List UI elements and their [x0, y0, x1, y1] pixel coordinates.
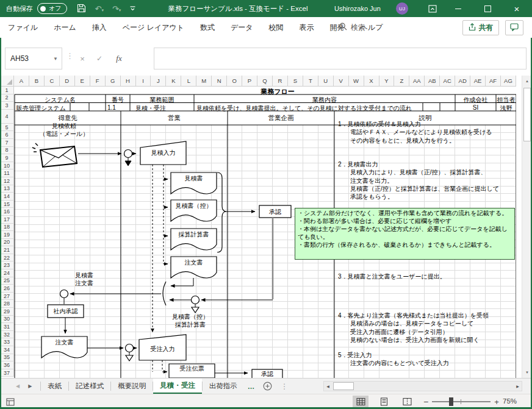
more-sheets-indicator[interactable]: …	[244, 379, 259, 394]
redo-icon[interactable]: ↷▾	[112, 4, 121, 13]
column-header[interactable]: Z	[394, 76, 409, 87]
tab-insert[interactable]: 挿入	[84, 23, 115, 33]
column-header[interactable]: T	[303, 76, 318, 87]
column-header[interactable]: H	[121, 76, 136, 87]
formula-input[interactable]	[154, 48, 527, 69]
column-header[interactable]: B	[29, 76, 45, 87]
save-icon[interactable]	[77, 4, 86, 14]
normal-view-icon[interactable]	[353, 396, 368, 408]
envelope-icon[interactable]	[32, 143, 77, 167]
tab-home[interactable]: ホーム	[46, 23, 84, 33]
column-header[interactable]: W	[349, 76, 364, 87]
sheet-nav-right-icon[interactable]: ▶	[28, 383, 32, 389]
tab-data[interactable]: データ	[223, 23, 261, 33]
column-header[interactable]: X	[364, 76, 379, 87]
column-header[interactable]: AE	[470, 76, 486, 87]
document-estimate-label[interactable]: 見積書	[171, 174, 217, 182]
tab-splitter-handle[interactable]: ⋮	[277, 379, 292, 394]
sheet-tab-cover[interactable]: 表紙	[41, 379, 68, 394]
column-header[interactable]: K	[166, 76, 181, 87]
customize-toolbar-icon[interactable]	[129, 5, 136, 13]
column-header[interactable]: AC	[440, 76, 455, 87]
comments-button[interactable]	[505, 20, 523, 35]
vertical-scrollbar-thumb[interactable]	[523, 88, 531, 141]
maximize-button[interactable]	[477, 0, 498, 17]
zoom-out-icon[interactable]: −	[420, 397, 432, 407]
column-header[interactable]: D	[60, 76, 75, 87]
document-profit-calc-label[interactable]: 採算計算書	[171, 230, 217, 238]
autosave-toggle[interactable]: オフ	[37, 3, 67, 14]
name-box-dropdown-icon[interactable]: ▼	[53, 56, 58, 62]
column-header[interactable]: M	[196, 76, 212, 87]
sheet-tab-shipping[interactable]: 出荷指示	[203, 379, 244, 394]
ribbon-display-options-icon[interactable]	[422, 0, 443, 17]
cancel-icon[interactable]: ×	[74, 48, 90, 69]
column-header[interactable]: A	[14, 76, 29, 87]
scroll-left-icon[interactable]: ◀	[324, 382, 332, 391]
column-header[interactable]: AD	[455, 76, 470, 87]
returned-docs-label[interactable]: 見積書（控） 採算計算書	[157, 313, 223, 329]
column-header[interactable]: O	[227, 76, 242, 87]
minimize-button[interactable]	[448, 0, 469, 17]
column-header[interactable]: AB	[425, 76, 440, 87]
estimate-entry-label[interactable]: 見積入力	[140, 143, 186, 162]
column-header[interactable]: G	[106, 76, 121, 87]
insert-function-icon[interactable]: fx	[111, 48, 127, 69]
approval-label[interactable]: 承認	[259, 205, 291, 218]
page-layout-view-icon[interactable]	[376, 396, 392, 408]
column-header[interactable]: Y	[379, 76, 395, 87]
avatar[interactable]: UJ	[396, 2, 408, 15]
zoom-slider[interactable]: − +	[420, 396, 503, 408]
approval-2-label[interactable]: 承認	[252, 369, 282, 378]
column-header[interactable]: AG	[501, 76, 516, 87]
column-header[interactable]: L	[181, 76, 196, 87]
tab-view[interactable]: 表示	[292, 23, 322, 33]
formula-bar-handle[interactable]: ⋮	[66, 51, 74, 60]
document-order-label[interactable]: 注文書	[171, 258, 217, 266]
column-header[interactable]: P	[242, 76, 257, 87]
column-header[interactable]: AF	[486, 76, 501, 87]
column-header[interactable]: Q	[257, 76, 273, 87]
column-header[interactable]: I	[136, 76, 151, 87]
document-order-slip-label[interactable]: 受注伝票	[169, 365, 215, 372]
horizontal-scrollbar[interactable]: ◀ ▶	[323, 381, 522, 391]
zoom-slider-thumb[interactable]	[449, 397, 453, 406]
account-name[interactable]: Ushirozako Jun	[334, 5, 381, 12]
column-header[interactable]: E	[75, 76, 90, 87]
document-estimate-copy-label[interactable]: 見積書（控）	[171, 202, 217, 210]
horizontal-scrollbar-thumb[interactable]	[333, 382, 354, 390]
zoom-level[interactable]: 75%	[503, 397, 517, 405]
internal-approval-label[interactable]: 社内承認	[48, 305, 84, 318]
column-header[interactable]: S	[288, 76, 303, 87]
note-box[interactable]: ・システム部分だけでなく、運用や手作業も含めて業務の流れを記載する。 ・関わる部…	[295, 208, 515, 260]
scroll-right-icon[interactable]: ▶	[514, 382, 522, 391]
tab-formulas[interactable]: 数式	[192, 23, 223, 33]
column-header[interactable]: N	[212, 76, 227, 87]
tab-review[interactable]: 校閲	[261, 23, 292, 33]
sheet-nav-left-icon[interactable]: ◀	[16, 383, 20, 389]
tab-file[interactable]: ファイル	[0, 23, 46, 33]
enter-icon[interactable]: ✓	[92, 48, 107, 69]
column-header[interactable]: C	[45, 76, 60, 87]
undo-icon[interactable]: ↶▾	[95, 4, 103, 13]
select-all-corner[interactable]	[0, 76, 14, 87]
column-header[interactable]: AA	[409, 76, 425, 87]
order-entry-label[interactable]: 受注入力	[139, 338, 186, 360]
sheet-tab-estimate-order[interactable]: 見積・受注	[153, 379, 202, 394]
name-box[interactable]: AH53 ▼	[5, 48, 62, 69]
close-button[interactable]: ×	[506, 0, 527, 17]
sheet-tab-overview[interactable]: 概要説明	[111, 379, 153, 394]
column-headers[interactable]: ABCDEFGHIJKLMNOPQRSTUVWXYZAAABACADAEAFAG	[14, 76, 516, 87]
to-customer-label[interactable]: 見積書 注文書	[60, 271, 109, 288]
column-header[interactable]: J	[151, 76, 166, 87]
column-header[interactable]: R	[273, 76, 288, 87]
page-break-view-icon[interactable]	[399, 396, 415, 408]
sheet-tab-format[interactable]: 記述様式	[69, 379, 110, 394]
column-header[interactable]: U	[318, 76, 334, 87]
document-order-2-label[interactable]: 注文書	[41, 338, 87, 346]
search-box[interactable]: 検索	[339, 23, 365, 33]
share-button[interactable]: 共有	[462, 20, 499, 35]
column-header[interactable]: V	[334, 76, 349, 87]
tab-page-layout[interactable]: ページ レイアウト	[115, 23, 192, 33]
new-sheet-icon[interactable]	[258, 379, 277, 394]
